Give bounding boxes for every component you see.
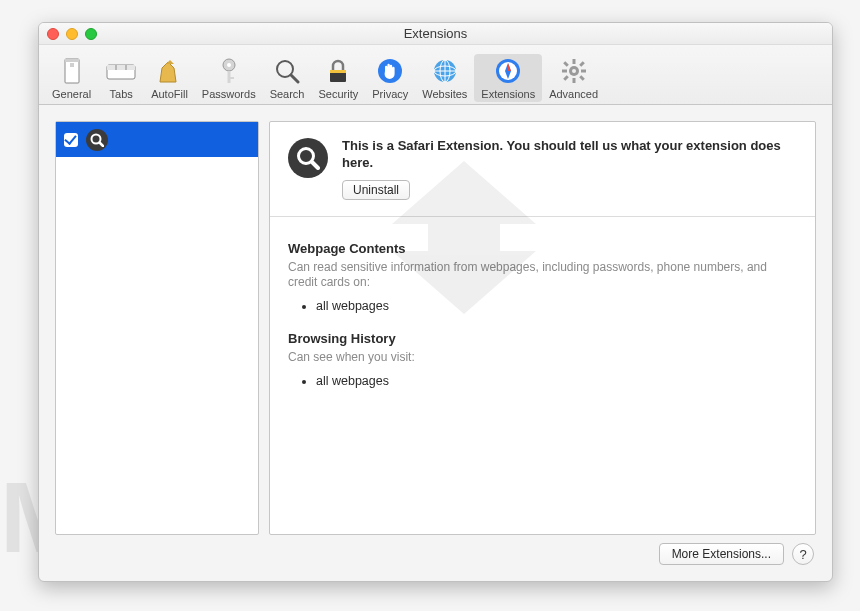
more-extensions-button[interactable]: More Extensions... <box>659 543 784 565</box>
toolbar-label: Extensions <box>481 88 535 100</box>
permissions-area: Webpage Contents Can read sensitive info… <box>270 217 815 416</box>
key-icon <box>214 56 244 86</box>
general-icon <box>57 56 87 86</box>
toolbar-label: Privacy <box>372 88 408 100</box>
uninstall-button[interactable]: Uninstall <box>342 180 410 200</box>
autofill-icon <box>154 56 184 86</box>
svg-rect-10 <box>230 77 234 79</box>
detail-header: This is a Safari Extension. You should t… <box>270 122 815 217</box>
preferences-toolbar: General Tabs AutoFill Passwords Search <box>39 45 832 105</box>
extension-detail-panel: This is a Safari Extension. You should t… <box>269 121 816 535</box>
toolbar-websites[interactable]: Websites <box>415 54 474 102</box>
toolbar-search[interactable]: Search <box>263 54 312 102</box>
toolbar-label: Advanced <box>549 88 598 100</box>
svg-line-34 <box>100 142 104 146</box>
svg-rect-4 <box>107 65 135 70</box>
help-button[interactable]: ? <box>792 543 814 565</box>
extension-list-item[interactable] <box>56 122 258 157</box>
toolbar-label: Search <box>270 88 305 100</box>
toolbar-label: Tabs <box>110 88 133 100</box>
lock-icon <box>323 56 353 86</box>
titlebar: Extensions <box>39 23 832 45</box>
permission-title: Browsing History <box>288 331 797 346</box>
toolbar-label: AutoFill <box>151 88 188 100</box>
toolbar-passwords[interactable]: Passwords <box>195 54 263 102</box>
svg-rect-31 <box>579 61 585 67</box>
svg-line-12 <box>291 75 298 82</box>
search-icon <box>272 56 302 86</box>
compass-icon <box>493 56 523 86</box>
permission-subtitle: Can read sensitive information from webp… <box>288 260 797 291</box>
svg-rect-25 <box>572 78 575 83</box>
svg-rect-28 <box>563 61 569 67</box>
gear-icon <box>559 56 589 86</box>
toolbar-autofill[interactable]: AutoFill <box>144 54 195 102</box>
svg-rect-30 <box>563 75 569 81</box>
svg-rect-0 <box>65 59 79 83</box>
toolbar-tabs[interactable]: Tabs <box>98 54 144 102</box>
permission-subtitle: Can see when you visit: <box>288 350 797 366</box>
toolbar-advanced[interactable]: Advanced <box>542 54 605 102</box>
toolbar-extensions[interactable]: Extensions <box>474 54 542 102</box>
preferences-window: Extensions General Tabs AutoFill Passwo <box>38 22 833 582</box>
window-title: Extensions <box>39 26 832 41</box>
hand-icon <box>375 56 405 86</box>
detail-description-column: This is a Safari Extension. You should t… <box>342 138 797 200</box>
svg-point-32 <box>572 69 576 73</box>
search-icon <box>288 138 328 178</box>
toolbar-general[interactable]: General <box>45 54 98 102</box>
extensions-sidebar <box>55 121 259 535</box>
permission-list: all webpages <box>288 374 797 388</box>
permission-item: all webpages <box>316 299 797 313</box>
svg-rect-2 <box>70 63 74 67</box>
extension-description: This is a Safari Extension. You should t… <box>342 138 797 172</box>
svg-rect-26 <box>562 70 567 73</box>
toolbar-label: Security <box>318 88 358 100</box>
svg-line-36 <box>312 162 318 168</box>
svg-rect-1 <box>65 59 79 62</box>
tabs-icon <box>106 56 136 86</box>
content-area: This is a Safari Extension. You should t… <box>39 105 832 581</box>
svg-rect-24 <box>572 59 575 64</box>
toolbar-label: Passwords <box>202 88 256 100</box>
extension-checkbox[interactable] <box>64 133 78 147</box>
footer: More Extensions... ? <box>55 543 816 565</box>
toolbar-label: General <box>52 88 91 100</box>
toolbar-security[interactable]: Security <box>311 54 365 102</box>
search-icon <box>86 129 108 151</box>
svg-rect-14 <box>330 70 346 73</box>
permission-item: all webpages <box>316 374 797 388</box>
svg-point-8 <box>227 63 231 67</box>
svg-rect-27 <box>581 70 586 73</box>
globe-icon <box>430 56 460 86</box>
svg-rect-29 <box>579 75 585 81</box>
permission-title: Webpage Contents <box>288 241 797 256</box>
panels: This is a Safari Extension. You should t… <box>55 121 816 535</box>
toolbar-label: Websites <box>422 88 467 100</box>
toolbar-privacy[interactable]: Privacy <box>365 54 415 102</box>
permission-list: all webpages <box>288 299 797 313</box>
